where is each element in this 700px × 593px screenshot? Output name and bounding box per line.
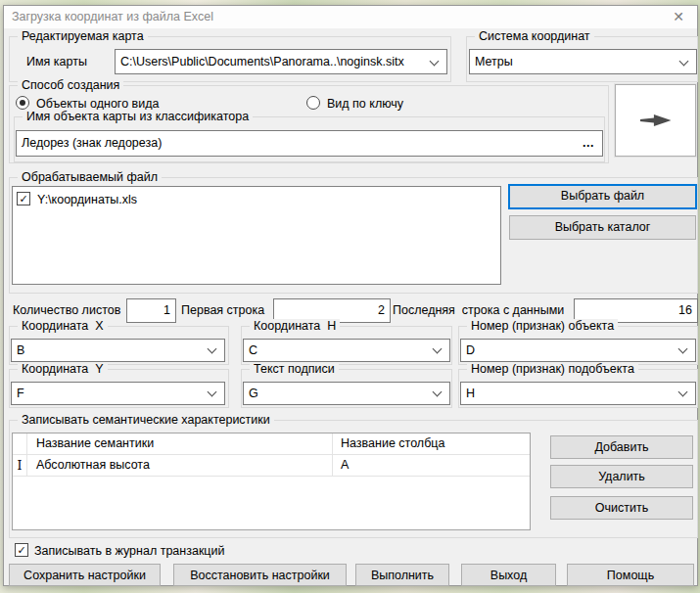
group-coord-h-label: Координата H [250,319,340,334]
semantics-table[interactable]: Название семантики Название столбца I Аб… [12,433,531,530]
chevron-down-icon [433,388,443,397]
chevron-down-icon [678,388,688,397]
clear-button[interactable]: Очистить [550,496,693,520]
group-coordinate-system: Система координат Метры [466,36,698,82]
close-icon[interactable]: ✕ [660,6,697,28]
radio-objects-single-type[interactable] [16,96,29,110]
select-directory-button[interactable]: Выбрать каталог [509,215,696,240]
column-name-cell[interactable]: A [333,455,530,476]
radio-view-by-key-label: Вид по ключу [327,92,403,115]
semantics-header-row: Название семантики Название столбца [13,433,530,455]
table-row[interactable]: I Абсолютная высота A [13,455,530,477]
excel-coordinates-dialog: Загрузка координат из файла Excel ✕ Реда… [3,5,698,586]
map-background: Загрузка координат из файла Excel ✕ Реда… [0,0,700,593]
group-semantics-label: Записывать семантические характеристики [18,413,274,428]
coord-h-value: C [249,340,257,361]
subobject-number-combobox[interactable]: H [460,382,696,405]
group-coordinate-system-label: Система координат [475,29,594,44]
browse-classifier-button[interactable]: … [583,132,596,154]
coord-x-value: B [17,340,24,361]
object-name-value: Ледорез (знак ледореза) [22,131,162,156]
group-coord-y-label: Координата Y [18,362,108,377]
list-item[interactable]: ✓ Y:\координаты.xls [17,190,500,209]
file-item-checkbox[interactable]: ✓ [17,192,30,205]
select-file-button[interactable]: Выбрать файл [508,184,697,209]
label-text-value: G [249,383,258,404]
coord-y-value: F [17,383,24,404]
group-creation-method: Способ создания Объекты одного вида Вид … [9,85,609,163]
add-button[interactable]: Добавить [550,435,693,459]
group-editable-map-label: Редактируемая карта [18,29,148,44]
group-processed-file: Обрабатываемый файл ✓ Y:\координаты.xls … [9,177,698,294]
save-settings-button[interactable]: Сохранить настройки [9,564,161,586]
coord-system-combobox[interactable]: Метры [469,49,697,74]
map-name-combobox[interactable]: C:\Users\Public\Documents\Panorama..\nog… [115,49,447,74]
group-semantics: Записывать семантические характеристики … [9,420,698,538]
group-label-text-label: Текст подписи [250,362,339,377]
chevron-down-icon [679,57,689,67]
label-text-combobox[interactable]: G [243,382,450,405]
group-creation-method-label: Способ создания [18,78,123,93]
chevron-down-icon [430,57,440,67]
help-button[interactable]: Помощь [567,564,694,586]
group-coord-x-label: Координата X [18,319,108,334]
group-object-name: Имя объекта карты из классификатора Ледо… [14,116,605,162]
titlebar: Загрузка координат из файла Excel ✕ [4,6,697,28]
object-name-field[interactable]: Ледорез (знак ледореза) … [16,130,603,157]
object-number-combobox[interactable]: D [460,339,696,362]
coord-h-combobox[interactable]: C [243,339,450,362]
delete-button[interactable]: Удалить [550,465,693,488]
journal-checkbox[interactable]: ✓ [15,543,28,557]
chevron-down-icon [433,344,443,354]
files-listbox[interactable]: ✓ Y:\координаты.xls [12,186,501,285]
group-editable-map: Редактируемая карта Имя карты C:\Users\P… [9,36,451,82]
file-item-name: Y:\координаты.xls [37,191,137,208]
object-preview-box [615,84,696,157]
coord-y-combobox[interactable]: F [11,382,225,405]
journal-label: Записывать в журнал транзакций [34,539,224,563]
coord-system-value: Метры [475,50,513,73]
subobject-number-value: H [466,383,475,404]
chevron-down-icon [208,344,217,354]
coord-x-combobox[interactable]: B [11,339,225,362]
chevron-down-icon [678,344,688,354]
exit-button[interactable]: Выход [461,564,556,586]
radio-view-by-key[interactable] [306,96,320,110]
semantic-name-cell[interactable]: Абсолютная высота [27,455,333,476]
dialog-title: Загрузка координат из файла Excel [12,6,213,28]
sheets-count-field[interactable]: 1 [126,298,176,323]
group-object-name-label: Имя объекта карты из классификатора [23,110,253,124]
row-selector-header [13,433,27,454]
group-object-number-label: Номер (признак) объекта [467,319,618,334]
group-subobject-number-label: Номер (признак) подобъекта [467,362,638,377]
restore-settings-button[interactable]: Восстановить настройки [173,564,347,586]
column-name-header: Название столбца [333,433,530,454]
semantic-name-header: Название семантики [27,433,333,454]
icecutter-symbol-icon [640,114,672,127]
chevron-down-icon [208,388,217,397]
object-number-value: D [466,340,475,361]
execute-button[interactable]: Выполнить [355,564,449,586]
group-processed-file-label: Обрабатываемый файл [18,170,162,185]
map-path-value: C:\Users\Public\Documents\Panorama..\nog… [120,50,404,73]
text-cursor: I [13,455,27,476]
map-name-label: Имя карты [26,50,87,73]
